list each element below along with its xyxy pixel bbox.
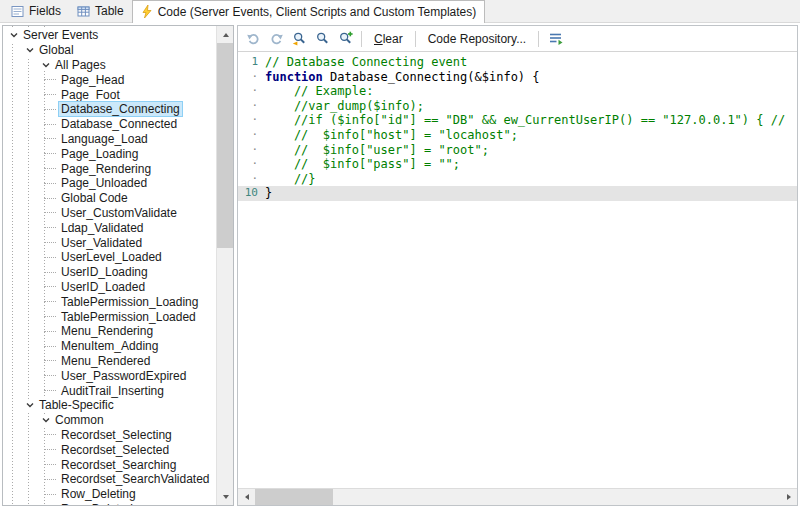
tab-bar: Fields Table Code (Server Events, Client…	[0, 0, 800, 23]
tree-item-all-pages[interactable]: All Pages	[3, 58, 216, 73]
server-events-panel: Server EventsGlobalAll PagesPage_HeadPag…	[2, 25, 234, 506]
tree-connector	[44, 346, 56, 347]
tree-connector	[44, 212, 56, 213]
tree-item-recordset-selected[interactable]: Recordset_Selected	[3, 442, 216, 457]
line-number: ·	[238, 99, 265, 114]
code-line[interactable]: · //}	[238, 172, 797, 187]
fields-icon	[11, 5, 24, 18]
code-text: // Example:	[265, 84, 373, 99]
code-repository-button[interactable]: Code Repository...	[422, 30, 533, 48]
find-next-icon[interactable]	[335, 29, 355, 49]
tree-item-database-connected[interactable]: Database_Connected	[3, 117, 216, 132]
code-text: function Database_Connecting(&$info) {	[265, 70, 540, 85]
tree-item-label: Recordset_Selected	[58, 443, 172, 457]
find-previous-icon[interactable]	[289, 29, 309, 49]
tree-item-row-deleted[interactable]: Row_Deleted	[3, 502, 216, 506]
tree-item-recordset-searching[interactable]: Recordset_Searching	[3, 457, 216, 472]
tree-item-menu-rendering[interactable]: Menu_Rendering	[3, 324, 216, 339]
line-number: 1	[238, 55, 265, 70]
tree-item-userlevel-loaded[interactable]: UserLevel_Loaded	[3, 250, 216, 265]
tree-item-page-loading[interactable]: Page_Loading	[3, 146, 216, 161]
code-line[interactable]: 1// Database Connecting event	[238, 55, 797, 70]
tree-item-language-load[interactable]: Language_Load	[3, 132, 216, 147]
tree-connector	[44, 153, 56, 154]
toolbar-separator	[538, 31, 539, 47]
tree-scrollbar[interactable]	[216, 26, 233, 505]
scrollbar-thumb[interactable]	[217, 43, 233, 248]
tree-connector	[44, 242, 56, 243]
tree-item-global[interactable]: Global	[3, 43, 216, 58]
tab-code[interactable]: Code (Server Events, Client Scripts and …	[132, 0, 486, 23]
line-number: ·	[238, 172, 265, 187]
tree-item-label: Global	[36, 43, 77, 57]
code-line[interactable]: · // $info["host"] = "locahost";	[238, 128, 797, 143]
tree-item-server-events[interactable]: Server Events	[3, 28, 216, 43]
tree-item-row-deleting[interactable]: Row_Deleting	[3, 487, 216, 502]
tree-item-page-unloaded[interactable]: Page_Unloaded	[3, 176, 216, 191]
chevron-down-icon[interactable]	[39, 414, 52, 427]
code-line[interactable]: 10}	[238, 186, 797, 201]
code-line[interactable]: · // Example:	[238, 84, 797, 99]
scroll-left-arrow[interactable]	[238, 489, 255, 505]
scroll-right-arrow[interactable]	[780, 489, 797, 505]
insert-template-icon[interactable]	[545, 29, 565, 49]
tree-item-global-code[interactable]: Global Code	[3, 191, 216, 206]
tree-item-label: Page_Rendering	[58, 162, 154, 176]
tree-item-page-head[interactable]: Page_Head	[3, 72, 216, 87]
tree-item-label: Page_Unloaded	[58, 176, 150, 190]
code-line[interactable]: · // $info["pass"] = "";	[238, 157, 797, 172]
tab-table[interactable]: Table	[69, 0, 132, 22]
tree-item-audittrail-inserting[interactable]: AuditTrail_Inserting	[3, 383, 216, 398]
tree-item-user-customvalidate[interactable]: User_CustomValidate	[3, 206, 216, 221]
tree-item-tablepermission-loading[interactable]: TablePermission_Loading	[3, 294, 216, 309]
tree-connector	[44, 124, 56, 125]
undo-icon[interactable]	[243, 29, 263, 49]
clear-button[interactable]: Clear	[368, 30, 409, 48]
tree-item-tablepermission-loaded[interactable]: TablePermission_Loaded	[3, 309, 216, 324]
tree-item-label: Recordset_Selecting	[58, 428, 175, 442]
scroll-down-arrow[interactable]	[217, 488, 234, 505]
chevron-down-icon[interactable]	[23, 44, 36, 57]
tree-connector	[44, 375, 56, 376]
tab-fields[interactable]: Fields	[3, 0, 69, 22]
tree-item-common[interactable]: Common	[3, 413, 216, 428]
code-line[interactable]: · //var_dump($info);	[238, 99, 797, 114]
tree-connector	[44, 138, 56, 139]
tree-item-database-connecting[interactable]: Database_Connecting	[3, 102, 216, 117]
code-line[interactable]: ·function Database_Connecting(&$info) {	[238, 70, 797, 85]
redo-icon[interactable]	[266, 29, 286, 49]
lightning-icon	[141, 5, 153, 19]
tree-connector	[44, 449, 56, 450]
tree-item-user-passwordexpired[interactable]: User_PasswordExpired	[3, 368, 216, 383]
chevron-down-icon[interactable]	[23, 399, 36, 412]
tree-item-label: User_Validated	[58, 236, 145, 250]
tree-item-label: TablePermission_Loaded	[58, 310, 199, 324]
tree-item-menuitem-adding[interactable]: MenuItem_Adding	[3, 339, 216, 354]
code-line[interactable]: · //if ($info["id"] == "DB" && ew_Curren…	[238, 113, 797, 128]
scrollbar-thumb[interactable]	[255, 489, 333, 505]
tree-item-page-foot[interactable]: Page_Foot	[3, 87, 216, 102]
tree-item-menu-rendered[interactable]: Menu_Rendered	[3, 354, 216, 369]
chevron-down-icon[interactable]	[7, 29, 20, 42]
table-icon	[77, 5, 90, 18]
tree-item-page-rendering[interactable]: Page_Rendering	[3, 161, 216, 176]
tree-item-label: Language_Load	[58, 132, 151, 146]
code-text: //var_dump($info);	[265, 99, 424, 114]
editor-hscrollbar[interactable]	[238, 488, 797, 505]
tree-connector	[44, 494, 56, 495]
tree-item-user-validated[interactable]: User_Validated	[3, 235, 216, 250]
code-lines[interactable]: 1// Database Connecting event·function D…	[238, 52, 797, 488]
tree-item-table-specific[interactable]: Table-Specific	[3, 398, 216, 413]
tree-item-recordset-selecting[interactable]: Recordset_Selecting	[3, 428, 216, 443]
tree-item-userid-loading[interactable]: UserID_Loading	[3, 265, 216, 280]
code-line[interactable]: · // $info["user"] = "root";	[238, 143, 797, 158]
tree-item-recordset-searchvalidated[interactable]: Recordset_SearchValidated	[3, 472, 216, 487]
scroll-up-arrow[interactable]	[217, 26, 234, 43]
tree-item-userid-loaded[interactable]: UserID_Loaded	[3, 280, 216, 295]
scrollbar-track[interactable]	[217, 43, 233, 488]
scrollbar-track[interactable]	[333, 489, 780, 505]
find-icon[interactable]	[312, 29, 332, 49]
tab-label: Code (Server Events, Client Scripts and …	[158, 5, 477, 19]
chevron-down-icon[interactable]	[39, 58, 52, 71]
tree-item-ldap-validated[interactable]: Ldap_Validated	[3, 220, 216, 235]
